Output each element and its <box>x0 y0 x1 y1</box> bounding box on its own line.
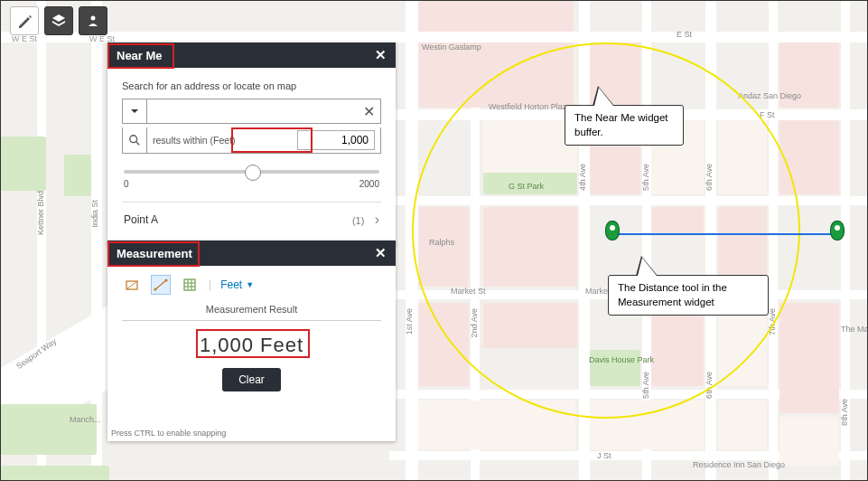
map-toolbar <box>10 6 107 35</box>
near-me-widget-button[interactable] <box>79 6 107 35</box>
caret-down-icon: ▼ <box>246 280 254 289</box>
close-icon[interactable]: ✕ <box>375 47 387 63</box>
slider-thumb[interactable] <box>245 165 261 181</box>
draw-tool-button[interactable] <box>10 6 39 35</box>
search-icon[interactable] <box>123 127 147 153</box>
slider-min-label: 0 <box>124 179 129 189</box>
close-icon[interactable]: ✕ <box>375 245 387 261</box>
label-westin: Westin Gaslamp <box>422 42 472 52</box>
svg-point-7 <box>164 278 167 281</box>
label-8th: 8th Ave <box>840 399 849 426</box>
label-the-ma: The Ma... <box>841 325 868 334</box>
slider-max-label: 2000 <box>359 179 379 189</box>
svg-rect-8 <box>184 279 195 290</box>
basemap-layers-button[interactable] <box>44 6 73 35</box>
result-count: (1) <box>352 215 364 226</box>
area-tool-icon[interactable] <box>122 275 142 295</box>
near-me-panel: Near Me ✕ Search for an address or locat… <box>107 42 396 246</box>
label-residence: Residence Inn San Diego <box>693 460 765 469</box>
search-input[interactable] <box>147 99 357 123</box>
callout-distance-line1: The Distance tool in the <box>618 282 727 293</box>
label-j-st: J St <box>597 451 611 460</box>
label-manch: Manch... <box>70 415 101 424</box>
buffer-distance-input[interactable]: 1,000 <box>297 130 375 150</box>
label-1st: 1st Ave <box>405 308 414 335</box>
svg-line-4 <box>126 281 137 289</box>
measurement-pin-end[interactable] <box>830 221 845 240</box>
location-tool-icon[interactable] <box>180 275 200 295</box>
measurement-panel: Measurement ✕ | Feet ▼ Measurem <box>107 240 396 441</box>
svg-point-1 <box>130 136 137 143</box>
caret-down-icon <box>130 107 139 116</box>
results-within-label: results within (Feet) <box>147 135 297 146</box>
clear-button[interactable]: Clear <box>222 368 281 391</box>
measurement-title: Measurement <box>117 247 192 260</box>
unit-label: Feet <box>220 278 242 291</box>
label-e-st: E St <box>677 30 692 39</box>
svg-point-6 <box>154 288 156 290</box>
buffer-slider[interactable]: 0 2000 <box>122 170 381 189</box>
measurement-section-title: Measurement Result <box>122 304 381 315</box>
callout-buffer-text: The Near Me widget buffer. <box>574 112 668 137</box>
svg-line-5 <box>155 280 166 289</box>
clear-search-icon[interactable]: ✕ <box>357 99 380 123</box>
near-me-title: Near Me <box>117 49 163 62</box>
label-india: India St <box>90 200 99 228</box>
measurement-header[interactable]: Measurement ✕ <box>107 240 396 266</box>
unit-dropdown[interactable]: Feet ▼ <box>220 278 254 291</box>
measurement-line <box>611 233 836 235</box>
search-source-dropdown[interactable] <box>123 99 147 123</box>
search-prompt: Search for an address or locate on map <box>122 80 381 91</box>
distance-tool-icon[interactable] <box>151 275 171 295</box>
label-w-e-st: W E St <box>12 34 37 43</box>
chevron-right-icon: › <box>375 212 379 227</box>
near-me-header[interactable]: Near Me ✕ <box>107 42 396 68</box>
measurement-result: 1,000 Feet <box>180 334 324 357</box>
buffer-distance-value: 1,000 <box>341 134 369 146</box>
svg-line-2 <box>136 142 140 146</box>
label-kettner: Kettner Blvd <box>36 191 45 235</box>
callout-distance-line2: Measurement widget <box>618 297 714 307</box>
result-layer-row[interactable]: Point A (1) › <box>122 203 381 237</box>
callout-buffer: The Near Me widget buffer. <box>565 105 684 146</box>
measurement-pin-start[interactable] <box>605 221 620 240</box>
svg-point-0 <box>91 16 96 21</box>
snapping-hint: Press CTRL to enable snapping <box>111 429 226 438</box>
callout-distance: The Distance tool in the Measurement wid… <box>608 275 769 316</box>
result-layer-name: Point A <box>124 213 158 226</box>
search-box: ✕ <box>122 99 381 124</box>
